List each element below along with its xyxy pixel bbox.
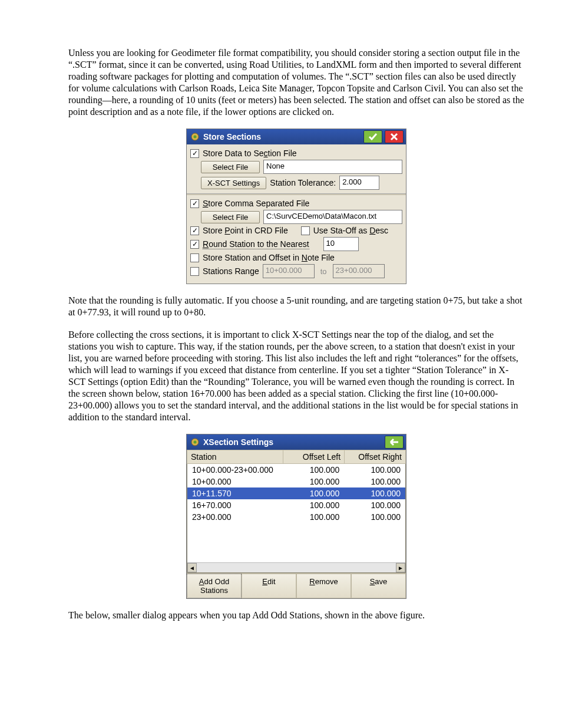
table-row[interactable]: 16+70.000100.000100.000 xyxy=(187,499,405,511)
scroll-right-icon[interactable]: ► xyxy=(396,563,405,572)
dialog2-titlebar[interactable]: XSection Settings xyxy=(187,434,406,450)
store-note-file-label: Store Station and Offset in Note File xyxy=(203,253,335,262)
stations-range-label: Stations Range xyxy=(203,266,259,276)
svg-point-3 xyxy=(194,441,197,444)
paragraph-1: Unless you are looking for Geodimeter fi… xyxy=(68,47,524,118)
horizontal-scrollbar[interactable]: ◄ ► xyxy=(187,562,405,572)
ok-button[interactable] xyxy=(363,130,382,143)
use-sta-off-desc-label: Use Sta-Off as Desc xyxy=(313,226,388,235)
section-file-path[interactable]: None xyxy=(263,160,402,174)
round-station-checkbox[interactable] xyxy=(190,240,199,249)
station-tolerance-label: Station Tolerance: xyxy=(270,178,336,187)
store-csv-label: Store Comma Separated File xyxy=(203,199,309,208)
dialog-titlebar[interactable]: Store Sections xyxy=(187,129,406,144)
select-file-2-button[interactable]: Select File xyxy=(201,211,260,223)
store-csv-checkbox[interactable] xyxy=(190,199,199,208)
stations-range-checkbox[interactable] xyxy=(190,267,199,276)
table-row[interactable]: 10+00.000100.000100.000 xyxy=(187,476,405,487)
range-from-input: 10+00.000 xyxy=(263,264,315,278)
save-button[interactable]: Save xyxy=(351,574,406,598)
stations-table-header: Station Offset Left Offset Right xyxy=(187,450,406,464)
close-button[interactable] xyxy=(385,130,404,143)
back-button[interactable] xyxy=(385,436,404,449)
store-section-file-checkbox[interactable] xyxy=(190,149,199,158)
col-station[interactable]: Station xyxy=(187,450,283,464)
table-row[interactable]: 23+00.000100.000100.000 xyxy=(187,511,405,523)
station-tolerance-input[interactable]: 2.000 xyxy=(339,176,379,190)
table-row[interactable]: 10+00.000-23+00.000100.000100.000 xyxy=(187,464,405,476)
app-icon xyxy=(190,437,200,447)
range-to-label: to xyxy=(318,266,329,277)
col-offset-left[interactable]: Offset Left xyxy=(283,450,345,464)
range-to-input: 23+00.000 xyxy=(333,264,385,278)
use-sta-off-desc-checkbox[interactable] xyxy=(301,226,310,235)
stations-table-body: 10+00.000-23+00.000100.000100.00010+00.0… xyxy=(187,464,405,523)
app-icon xyxy=(190,132,200,141)
dialog-title: Store Sections xyxy=(203,132,361,141)
round-value-input[interactable]: 10 xyxy=(323,237,359,251)
col-offset-right[interactable]: Offset Right xyxy=(345,450,406,464)
remove-button[interactable]: Remove xyxy=(296,574,351,598)
store-point-crd-checkbox[interactable] xyxy=(190,226,199,235)
store-section-file-label: Store Data to Section File xyxy=(203,149,297,158)
stations-list[interactable]: 10+00.000-23+00.000100.000100.00010+00.0… xyxy=(187,464,406,573)
dialog2-button-row: Add Odd Stations Edit Remove Save xyxy=(187,573,406,598)
add-odd-stations-button[interactable]: Add Odd Stations xyxy=(187,574,242,598)
paragraph-4: The below, smaller dialog appears when y… xyxy=(68,610,524,621)
store-point-crd-label: Store Point in CRD File xyxy=(203,226,288,235)
store-note-file-checkbox[interactable] xyxy=(190,253,199,262)
edit-button[interactable]: Edit xyxy=(242,574,296,598)
scroll-left-icon[interactable]: ◄ xyxy=(187,563,197,572)
csv-file-path[interactable]: C:\SurvCEDemo\Data\Macon.txt xyxy=(263,210,402,224)
store-sections-dialog: Store Sections Store Data to Section Fil… xyxy=(186,129,406,284)
xsection-settings-dialog: XSection Settings Station Offset Left Of… xyxy=(186,434,406,599)
xsct-settings-button[interactable]: X-SCT Settings xyxy=(201,177,266,189)
table-row[interactable]: 10+11.570100.000100.000 xyxy=(187,487,405,499)
round-station-label: Round Station to the Nearest xyxy=(203,239,309,249)
separator xyxy=(187,193,406,195)
paragraph-3: Before collecting the cross sections, it… xyxy=(68,329,524,423)
svg-point-1 xyxy=(194,136,197,139)
paragraph-2: Note that the rounding is fully automati… xyxy=(68,295,524,318)
select-file-1-button[interactable]: Select File xyxy=(201,161,260,173)
dialog2-title: XSection Settings xyxy=(203,437,382,447)
